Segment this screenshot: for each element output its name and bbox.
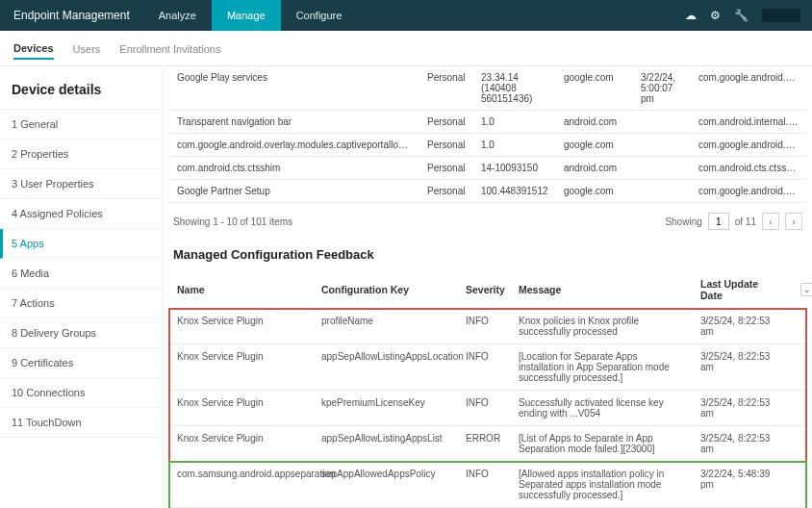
table-row[interactable]: Knox Service PluginappSepAllowListingApp…	[169, 426, 806, 462]
sidebar-item-media[interactable]: 6 Media	[0, 259, 163, 289]
sidebar: Device details 1 General 2 Properties 3 …	[0, 66, 164, 508]
cell-severity: INFO	[458, 309, 511, 344]
brand: Endpoint Management	[0, 9, 143, 22]
cell-pkg: com.google.android.gms	[691, 66, 806, 111]
wrench-icon[interactable]: 🔧	[734, 9, 749, 22]
gear-icon[interactable]: ⚙	[710, 9, 721, 22]
apps-table: Google Play servicesPersonal23.34.14 (14…	[169, 66, 806, 203]
cell-message: Successfully activated license key endin…	[511, 391, 693, 426]
cell-ver: 1.0	[473, 111, 556, 134]
cell-key: sepAppAllowedAppsPolicy	[314, 462, 458, 508]
cell-severity: INFO	[458, 391, 511, 426]
cell-message: [List of Apps to Separate in App Separat…	[511, 426, 693, 462]
sidebar-item-general[interactable]: 1 General	[0, 110, 163, 140]
sidebar-item-delivery-groups[interactable]: 8 Delivery Groups	[0, 318, 163, 348]
cell-vendor: android.com	[556, 111, 633, 134]
tab-analyze[interactable]: Analyze	[143, 0, 212, 31]
cell-vendor: google.com	[556, 66, 633, 111]
cell-severity: ERROR	[458, 426, 511, 462]
cell-ver: 23.34.14 (140408 560151436)	[473, 66, 556, 111]
cell-pkg: com.google.android.partners	[691, 180, 806, 203]
sidebar-item-assigned-policies[interactable]: 4 Assigned Policies	[0, 199, 163, 229]
sidebar-item-apps[interactable]: 5 Apps	[0, 229, 163, 259]
cell-name: com.google.android.overlay.modules.capti…	[169, 134, 419, 157]
top-icons: ☁ ⚙ 🔧	[685, 9, 812, 22]
table-row[interactable]: Knox Service PluginprofileNameINFOKnox p…	[169, 309, 806, 344]
col-sort[interactable]: ⌄	[789, 271, 806, 309]
user-menu[interactable]	[762, 9, 800, 22]
cloud-icon[interactable]: ☁	[685, 9, 697, 22]
cell-name: Google Play services	[169, 66, 419, 111]
sidebar-item-certificates[interactable]: 9 Certificates	[0, 348, 163, 378]
cell-key: appSepAllowListingAppsLocation	[314, 344, 458, 391]
cell-name: Google Partner Setup	[169, 180, 419, 203]
cell-date: 3/22/24, 5:48:39 pm	[693, 462, 789, 508]
col-date[interactable]: Last Update Date	[693, 271, 789, 309]
tab-manage[interactable]: Manage	[212, 0, 281, 31]
sidebar-item-actions[interactable]: 7 Actions	[0, 289, 163, 318]
table-row[interactable]: com.google.android.overlay.modules.capti…	[169, 134, 806, 157]
cell-personal: Personal	[419, 111, 473, 134]
cell-pkg: com.android.cts.ctsshim	[691, 157, 806, 180]
subtab-enrollment[interactable]: Enrollment Invitations	[119, 39, 220, 59]
cell-personal: Personal	[419, 66, 473, 111]
cell-key: appSepAllowListingAppsList	[314, 426, 458, 462]
sidebar-item-connections[interactable]: 10 Connections	[0, 378, 163, 408]
pager-prev[interactable]: ‹	[762, 213, 779, 230]
table-row[interactable]: com.samsung.android.appseparationsepAppA…	[169, 462, 806, 508]
apps-showing: Showing 1 - 10 of 101 items	[173, 216, 292, 227]
table-row[interactable]: com.android.cts.ctsshimPersonal14-100931…	[169, 157, 806, 180]
sidebar-title: Device details	[0, 72, 163, 110]
col-name[interactable]: Name	[169, 271, 314, 309]
cell-date: 3/25/24, 8:22:53 am	[693, 391, 789, 426]
cell-blank	[789, 344, 806, 391]
main: Device details 1 General 2 Properties 3 …	[0, 66, 812, 508]
cell-pkg: com.android.internal.systemu	[691, 111, 806, 134]
cell-key: profileName	[314, 309, 458, 344]
pager-next[interactable]: ›	[785, 213, 802, 230]
subtab-users[interactable]: Users	[73, 39, 101, 59]
col-message[interactable]: Message	[511, 271, 693, 309]
apps-pager-row: Showing 1 - 10 of 101 items Showing of 1…	[169, 203, 806, 243]
chevron-down-icon: ⌄	[800, 283, 812, 296]
cell-blank	[789, 462, 806, 508]
sub-nav: Devices Users Enrollment Invitations	[0, 31, 812, 66]
cell-personal: Personal	[419, 134, 473, 157]
col-severity[interactable]: Severity	[458, 271, 511, 309]
cell-date: 3/22/24, 5:00:07 pm	[633, 66, 691, 111]
cell-vendor: android.com	[556, 157, 633, 180]
cell-name: Knox Service Plugin	[169, 309, 314, 344]
pager-of-label: of 11	[735, 216, 756, 227]
cell-ver: 1.0	[473, 134, 556, 157]
cell-date	[633, 157, 691, 180]
cell-message: Knox policies in Knox profile successful…	[511, 309, 693, 344]
feedback-table-wrap: Name Configuration Key Severity Message …	[169, 271, 806, 508]
sidebar-item-properties[interactable]: 2 Properties	[0, 140, 163, 169]
col-key[interactable]: Configuration Key	[314, 271, 458, 309]
tab-configure[interactable]: Configure	[281, 0, 358, 31]
table-row[interactable]: Transparent navigation barPersonal1.0and…	[169, 111, 806, 134]
pager-showing-label: Showing	[665, 216, 701, 227]
apps-pager: Showing of 11 ‹ ›	[665, 213, 802, 230]
pager-page-input[interactable]	[708, 213, 729, 230]
cell-severity: INFO	[458, 344, 511, 391]
feedback-table: Name Configuration Key Severity Message …	[169, 271, 806, 508]
sidebar-item-user-properties[interactable]: 3 User Properties	[0, 169, 163, 199]
table-row[interactable]: Knox Service PluginkpePremiumLicenseKeyI…	[169, 391, 806, 426]
subtab-devices[interactable]: Devices	[13, 38, 54, 60]
cell-pkg: com.google.android.overlay.m	[691, 134, 806, 157]
cell-ver: 100.448391512	[473, 180, 556, 203]
cell-personal: Personal	[419, 180, 473, 203]
cell-name: Knox Service Plugin	[169, 344, 314, 391]
sidebar-item-touchdown[interactable]: 11 TouchDown	[0, 408, 163, 438]
table-row[interactable]: Knox Service PluginappSepAllowListingApp…	[169, 344, 806, 391]
table-row[interactable]: Google Partner SetupPersonal100.44839151…	[169, 180, 806, 203]
table-row[interactable]: Google Play servicesPersonal23.34.14 (14…	[169, 66, 806, 111]
cell-date: 3/25/24, 8:22:53 am	[693, 309, 789, 344]
cell-name: com.samsung.android.appseparation	[169, 462, 314, 508]
cell-severity: INFO	[458, 462, 511, 508]
cell-name: com.android.cts.ctsshim	[169, 157, 419, 180]
cell-message: [Location for Separate Apps installation…	[511, 344, 693, 391]
content: Google Play servicesPersonal23.34.14 (14…	[164, 66, 812, 508]
cell-date	[633, 111, 691, 134]
